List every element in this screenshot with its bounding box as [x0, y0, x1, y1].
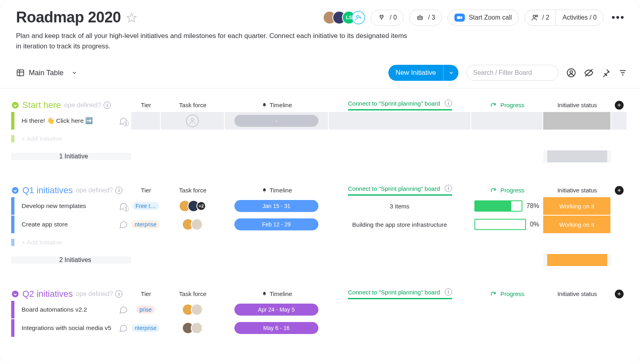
column-header-link[interactable]: Connect to "Sprint planning" boardi — [329, 185, 471, 196]
chat-icon[interactable] — [118, 305, 128, 314]
assignee-empty-icon[interactable] — [186, 114, 199, 127]
column-header-status[interactable]: Initiative status — [543, 290, 611, 297]
timeline-cell[interactable]: - — [225, 112, 329, 130]
column-header-progress[interactable]: Progress — [471, 102, 543, 108]
progress-bar[interactable] — [474, 219, 526, 230]
new-initiative-dropdown[interactable] — [443, 65, 458, 81]
add-initiative-row[interactable]: + Add Initiative — [11, 239, 131, 246]
status-cell[interactable] — [543, 301, 611, 318]
task-force-cell[interactable] — [161, 216, 225, 233]
tier-cell[interactable]: Free t… — [131, 197, 161, 215]
progress-cell[interactable]: 0% — [471, 216, 543, 233]
group-collapse-toggle[interactable] — [11, 186, 19, 194]
column-header-tier[interactable]: Tier — [131, 102, 161, 108]
column-header-link[interactable]: Connect to "Sprint planning" boardi — [329, 288, 471, 299]
group-title[interactable]: Start here — [22, 100, 61, 110]
linked-item-cell[interactable]: Building the app store infrastructure — [329, 216, 471, 233]
column-header-status[interactable]: Initiative status — [543, 102, 611, 108]
new-initiative-button[interactable]: New Initiative — [388, 65, 458, 81]
initiative-name-cell[interactable]: Board automations v2.2 — [11, 301, 131, 318]
automations-button[interactable]: / 3 — [409, 10, 442, 26]
progress-cell[interactable] — [471, 112, 543, 130]
column-header-task-force[interactable]: Task force — [161, 187, 225, 194]
view-selector[interactable]: Main Table — [16, 68, 77, 77]
task-force-cell[interactable] — [161, 319, 225, 337]
start-zoom-button[interactable]: Start Zoom call — [448, 10, 519, 26]
task-force-cell[interactable] — [161, 112, 225, 130]
refresh-icon[interactable] — [490, 291, 496, 297]
group-collapse-toggle[interactable] — [11, 101, 19, 109]
info-icon[interactable]: i — [115, 187, 122, 194]
initiative-name-cell[interactable]: Integrations with social media v5 — [11, 319, 131, 337]
add-column-button[interactable]: + — [611, 186, 627, 195]
column-header-link[interactable]: Connect to "Sprint planning" boardi — [329, 100, 471, 110]
linked-item-cell[interactable] — [329, 319, 471, 337]
info-icon[interactable]: i — [445, 100, 452, 107]
task-force-cell[interactable]: +2 — [161, 197, 225, 215]
more-assignees-badge[interactable]: +2 — [196, 201, 206, 211]
info-icon[interactable]: i — [104, 102, 111, 109]
filter-icon[interactable] — [618, 68, 627, 77]
timeline-cell[interactable]: Jan 15 - 31 — [225, 197, 329, 215]
info-icon[interactable]: i — [445, 288, 452, 296]
linked-item-cell[interactable] — [329, 301, 471, 318]
hide-columns-icon[interactable] — [584, 68, 594, 78]
column-header-tier[interactable]: Tier — [131, 187, 161, 194]
status-cell[interactable] — [543, 112, 611, 130]
timeline-cell[interactable]: May 6 - 16 — [225, 319, 329, 337]
board-members-avatars[interactable]: LS — [327, 11, 365, 24]
group-title[interactable]: Q1 initiatives — [22, 185, 73, 196]
info-icon[interactable]: i — [445, 185, 452, 192]
tier-cell[interactable]: prise — [131, 301, 161, 318]
search-input[interactable]: Search / Filter Board — [466, 65, 558, 81]
pin-icon[interactable] — [602, 68, 610, 77]
progress-cell[interactable] — [471, 301, 543, 318]
progress-bar[interactable] — [474, 200, 522, 212]
refresh-icon[interactable] — [490, 187, 496, 194]
column-header-tier[interactable]: Tier — [131, 290, 161, 297]
integrations-button[interactable]: / 0 — [371, 10, 404, 26]
tier-cell[interactable]: nterprise — [131, 319, 161, 337]
column-header-status[interactable]: Initiative status — [543, 187, 611, 194]
activities-button[interactable]: Activities / 0 — [556, 10, 603, 25]
assignee-avatars[interactable]: +2 — [179, 200, 206, 212]
timeline-cell[interactable]: Feb 12 - 29 — [225, 216, 329, 233]
more-menu-icon[interactable]: ••• — [609, 11, 627, 24]
chat-icon[interactable]: 1 — [118, 116, 128, 126]
column-header-task-force[interactable]: Task force — [161, 290, 225, 297]
progress-cell[interactable] — [471, 319, 543, 337]
people-button[interactable]: / 2 — [525, 10, 556, 25]
chat-icon[interactable] — [118, 323, 128, 333]
favorite-star-icon[interactable] — [126, 12, 137, 23]
status-cell[interactable] — [543, 319, 611, 337]
column-header-progress[interactable]: Progress — [471, 187, 543, 194]
initiative-name-cell[interactable]: Create app store — [11, 216, 131, 233]
add-initiative-row[interactable]: + Add Initiative — [11, 135, 131, 142]
linked-item-cell[interactable] — [329, 112, 471, 130]
column-header-timeline[interactable]: Timeline — [225, 102, 329, 108]
tier-cell[interactable] — [131, 112, 161, 130]
assignee-avatars[interactable] — [182, 322, 203, 334]
chat-icon[interactable]: 1 — [118, 201, 128, 211]
person-filter-icon[interactable] — [566, 68, 576, 78]
group-collapse-toggle[interactable] — [11, 290, 19, 298]
initiative-name-cell[interactable]: Hi there! 👋 Click here ➡️ 1 — [11, 112, 131, 130]
chat-icon[interactable] — [118, 220, 128, 229]
task-force-cell[interactable] — [161, 301, 225, 318]
assignee-avatars[interactable] — [182, 218, 203, 230]
info-icon[interactable]: i — [115, 290, 122, 298]
group-title[interactable]: Q2 initiatives — [22, 289, 73, 299]
refresh-icon[interactable] — [490, 102, 496, 108]
progress-cell[interactable]: 78% — [471, 197, 543, 215]
timeline-cell[interactable]: Apr 24 - May 5 — [225, 301, 329, 318]
status-cell[interactable]: Working on it — [543, 197, 611, 215]
add-column-button[interactable]: + — [611, 290, 627, 298]
column-header-task-force[interactable]: Task force — [161, 102, 225, 108]
initiative-name-cell[interactable]: Develop new templates 1 — [11, 197, 131, 215]
add-column-button[interactable]: + — [611, 101, 627, 110]
status-cell[interactable]: Working on it — [543, 216, 611, 233]
linked-item-cell[interactable]: 3 Items — [329, 197, 471, 215]
column-header-timeline[interactable]: Timeline — [225, 187, 329, 194]
assignee-avatars[interactable] — [182, 304, 203, 316]
column-header-timeline[interactable]: Timeline — [225, 290, 329, 297]
